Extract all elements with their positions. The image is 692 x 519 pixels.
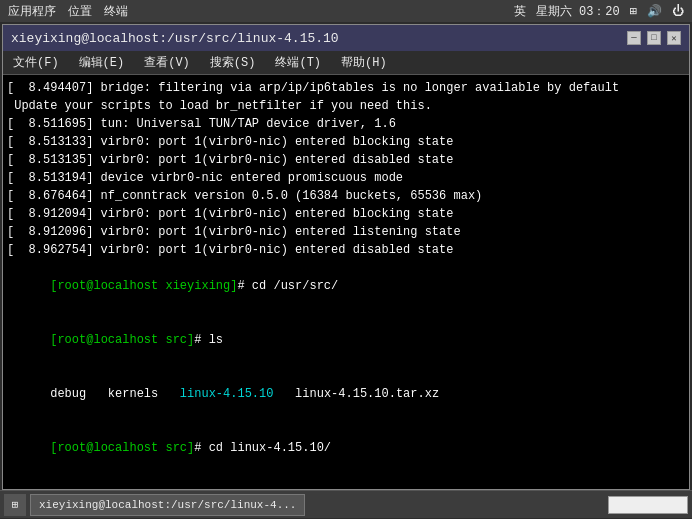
cmd-ls-1: [root@localhost src]# ls xyxy=(7,313,685,367)
taskbar-terminal-app[interactable]: xieyixing@localhost:/usr/src/linux-4... xyxy=(30,494,305,516)
volume-icon: 🔊 xyxy=(647,4,662,19)
terminal-line-1: [ 8.494407] bridge: filtering via arp/ip… xyxy=(7,79,685,97)
ls-result-src: debug kernels linux-4.15.10 linux-4.15.1… xyxy=(7,367,685,421)
datetime: 星期六 03：20 xyxy=(536,3,620,20)
power-icon: ⏻ xyxy=(672,4,684,19)
os-bar-left: 应用程序 位置 终端 xyxy=(8,3,128,20)
terminal-line-10: [ 8.962754] virbr0: port 1(virbr0-nic) e… xyxy=(7,241,685,259)
window-controls: ─ □ ✕ xyxy=(627,31,681,45)
menu-bar: 文件(F) 编辑(E) 查看(V) 搜索(S) 终端(T) 帮助(H) xyxy=(3,51,689,75)
terminal-line-6: [ 8.513194] device virbr0-nic entered pr… xyxy=(7,169,685,187)
terminal-line-3: [ 8.511695] tun: Universal TUN/TAP devic… xyxy=(7,115,685,133)
maximize-button[interactable]: □ xyxy=(647,31,661,45)
terminal-line-5: [ 8.513135] virbr0: port 1(virbr0-nic) e… xyxy=(7,151,685,169)
terminal-line-4: [ 8.513133] virbr0: port 1(virbr0-nic) e… xyxy=(7,133,685,151)
cmd-cd-linux: [root@localhost src]# cd linux-4.15.10/ xyxy=(7,421,685,475)
window-title: xieyixing@localhost:/usr/src/linux-4.15.… xyxy=(11,31,339,46)
help-menu[interactable]: 帮助(H) xyxy=(335,52,393,73)
title-bar: xieyixing@localhost:/usr/src/linux-4.15.… xyxy=(3,25,689,51)
taskbar: ⊞ xieyixing@localhost:/usr/src/linux-4..… xyxy=(0,490,692,518)
cmd-ls-2: [root@localhost linux-4.15.10]# ls xyxy=(7,475,685,489)
terminal-line-7: [ 8.676464] nf_conntrack version 0.5.0 (… xyxy=(7,187,685,205)
terminal-line-2: Update your scripts to load br_netfilter… xyxy=(7,97,685,115)
terminal-menu-item[interactable]: 终端(T) xyxy=(269,52,327,73)
network-icon: ⊞ xyxy=(630,4,637,19)
language-indicator: 英 xyxy=(514,3,526,20)
os-bar-right: 英 星期六 03：20 ⊞ 🔊 ⏻ xyxy=(514,3,684,20)
terminal-window: xieyixing@localhost:/usr/src/linux-4.15.… xyxy=(2,24,690,490)
terminal-line-8: [ 8.912094] virbr0: port 1(virbr0-nic) e… xyxy=(7,205,685,223)
taskbar-desktop-icon[interactable]: ⊞ xyxy=(4,494,26,516)
taskbar-search-box[interactable] xyxy=(608,496,688,514)
terminal-line-9: [ 8.912096] virbr0: port 1(virbr0-nic) e… xyxy=(7,223,685,241)
os-bar: 应用程序 位置 终端 英 星期六 03：20 ⊞ 🔊 ⏻ xyxy=(0,0,692,22)
terminal-content[interactable]: [ 8.494407] bridge: filtering via arp/ip… xyxy=(3,75,689,489)
view-menu[interactable]: 查看(V) xyxy=(138,52,196,73)
minimize-button[interactable]: ─ xyxy=(627,31,641,45)
close-button[interactable]: ✕ xyxy=(667,31,681,45)
file-menu[interactable]: 文件(F) xyxy=(7,52,65,73)
apps-menu[interactable]: 应用程序 xyxy=(8,3,56,20)
search-menu[interactable]: 搜索(S) xyxy=(204,52,262,73)
terminal-menu[interactable]: 终端 xyxy=(104,3,128,20)
taskbar-right xyxy=(608,496,688,514)
edit-menu[interactable]: 编辑(E) xyxy=(73,52,131,73)
cmd-cd-usrsrc: [root@localhost xieyixing]# cd /usr/src/ xyxy=(7,259,685,313)
location-menu[interactable]: 位置 xyxy=(68,3,92,20)
